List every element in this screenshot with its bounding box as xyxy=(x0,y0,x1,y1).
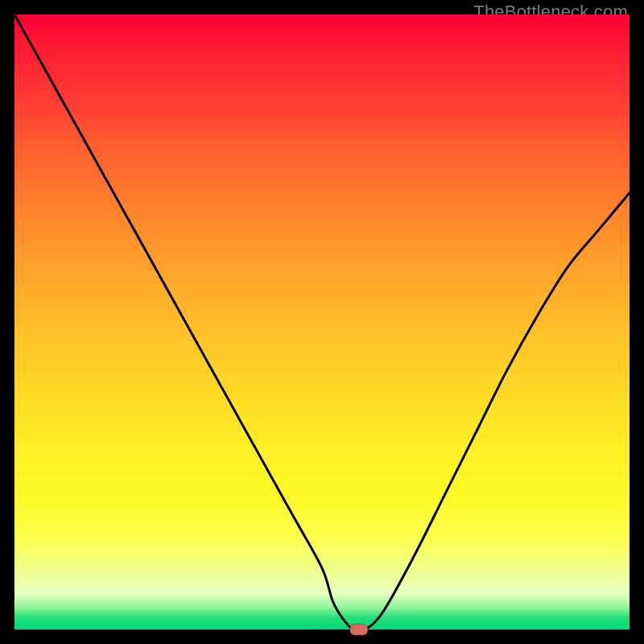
plot-area xyxy=(14,14,630,630)
bottleneck-curve xyxy=(14,14,630,632)
chart-frame: TheBottleneck.com xyxy=(0,0,644,644)
chart-svg xyxy=(14,14,630,630)
optimal-point-marker xyxy=(350,624,368,635)
